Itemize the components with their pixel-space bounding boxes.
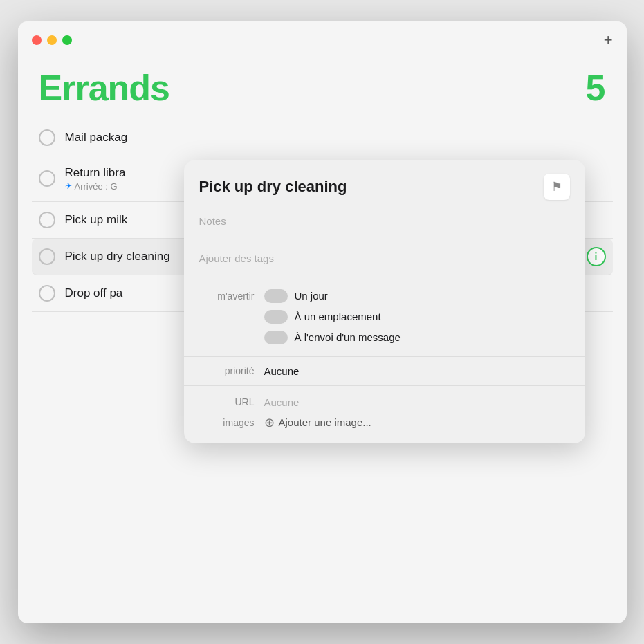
reminder-row-day: m'avertir Un jour bbox=[199, 286, 570, 306]
app-window: + Errands 5 Mail packag Return libra ✈ A… bbox=[18, 21, 627, 623]
detail-panel: Pick up dry cleaning ⚑ Notes Ajouter des… bbox=[184, 160, 585, 443]
add-image-button[interactable]: ⊕ Ajouter une image... bbox=[264, 415, 371, 430]
item-count: 5 bbox=[586, 67, 606, 109]
task-checkbox[interactable] bbox=[39, 285, 55, 302]
maximize-button[interactable] bbox=[62, 35, 72, 45]
add-image-label: Ajouter une image... bbox=[279, 416, 371, 428]
toggle-location[interactable] bbox=[264, 310, 288, 324]
reminder-location-text: À un emplacement bbox=[295, 311, 381, 322]
task-sub-text: Arrivée : G bbox=[75, 181, 118, 192]
list-title: Errands bbox=[39, 67, 170, 109]
toggle-day[interactable] bbox=[264, 289, 288, 303]
reminder-row-location: À un emplacement bbox=[199, 306, 570, 327]
flag-icon: ⚑ bbox=[551, 179, 562, 194]
reminder-message-text: À l'envoi d'un message bbox=[295, 331, 401, 343]
add-circle-icon: ⊕ bbox=[264, 415, 275, 430]
task-checkbox[interactable] bbox=[39, 248, 55, 265]
priority-value[interactable]: Aucune bbox=[264, 365, 300, 377]
notes-section: Notes bbox=[184, 205, 585, 241]
tags-placeholder[interactable]: Ajouter des tags bbox=[199, 247, 570, 270]
toggle-message[interactable] bbox=[264, 331, 288, 344]
task-checkbox[interactable] bbox=[39, 170, 55, 187]
priority-section: priorité Aucune bbox=[184, 357, 585, 386]
title-bar: + bbox=[18, 21, 627, 53]
notes-placeholder[interactable]: Notes bbox=[199, 211, 570, 234]
task-item: Mail packag bbox=[32, 120, 613, 156]
task-name: Mail packag bbox=[65, 131, 606, 145]
url-row: URL Aucune bbox=[199, 393, 570, 412]
location-icon: ✈ bbox=[65, 181, 72, 191]
task-checkbox[interactable] bbox=[39, 212, 55, 228]
remind-label: m'avertir bbox=[199, 291, 255, 302]
reminder-day-text: Un jour bbox=[295, 290, 328, 302]
reminders-section: m'avertir Un jour À un emplacement À l'e… bbox=[184, 277, 585, 357]
info-icon: i bbox=[595, 251, 598, 262]
add-task-button[interactable]: + bbox=[604, 33, 613, 48]
flag-button[interactable]: ⚑ bbox=[544, 174, 570, 200]
task-content: Mail packag bbox=[65, 131, 606, 145]
minimize-button[interactable] bbox=[47, 35, 57, 45]
task-checkbox[interactable] bbox=[39, 129, 55, 146]
detail-header: Pick up dry cleaning ⚑ bbox=[184, 160, 585, 205]
info-button[interactable]: i bbox=[587, 247, 606, 266]
reminder-row-message: À l'envoi d'un message bbox=[199, 327, 570, 348]
window-controls bbox=[32, 35, 72, 45]
images-row: images ⊕ Ajouter une image... bbox=[199, 412, 570, 434]
url-label: URL bbox=[199, 396, 255, 407]
list-header: Errands 5 bbox=[18, 53, 627, 120]
url-images-section: URL Aucune images ⊕ Ajouter une image... bbox=[184, 386, 585, 443]
url-value[interactable]: Aucune bbox=[264, 396, 300, 408]
images-label: images bbox=[199, 417, 255, 428]
close-button[interactable] bbox=[32, 35, 42, 45]
priority-label: priorité bbox=[199, 365, 255, 376]
tags-section: Ajouter des tags bbox=[184, 241, 585, 277]
detail-title: Pick up dry cleaning bbox=[199, 178, 347, 196]
